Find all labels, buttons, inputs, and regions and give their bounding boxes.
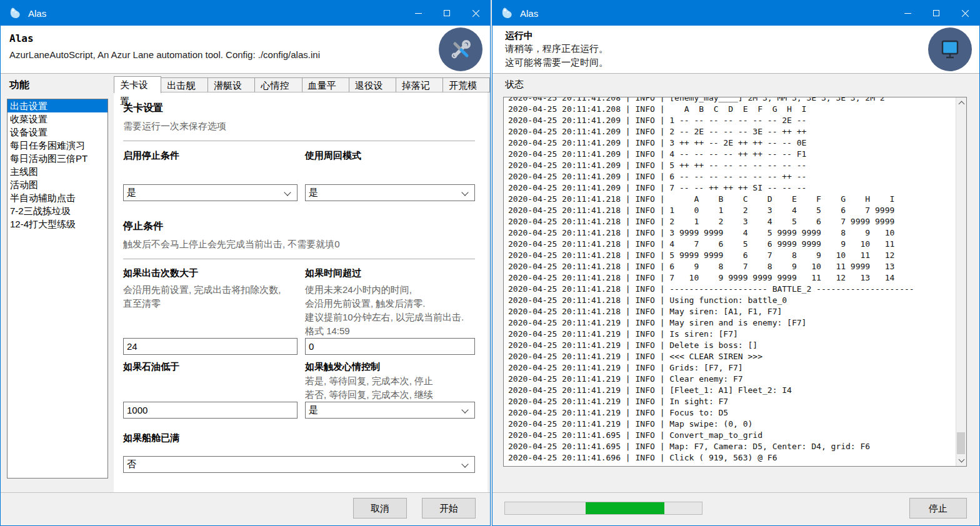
if-emotion-select[interactable]: 是 — [305, 402, 475, 419]
if-count-desc: 会沿用先前设置, 完成出击将扣除次数, 直至清零 — [123, 283, 298, 310]
run-body: 状态 2020-04-25 20:11:41.208 | INFO | [ene… — [492, 74, 979, 492]
log-line: 2020-04-25 20:11:41.219 | INFO | <<< CLE… — [508, 351, 955, 362]
chevron-down-icon — [461, 460, 468, 467]
if-emotion-desc: 若是, 等待回复, 完成本次, 停止 若否, 等待回复, 完成本次, 继续 — [305, 374, 475, 402]
tab-6[interactable]: 退役设置 — [349, 77, 396, 92]
app-subtitle: AzurLaneAutoScript, An Azur Lane automat… — [9, 49, 320, 60]
log-line: 2020-04-25 20:11:41.695 | INFO | Convert… — [508, 430, 955, 441]
progress-bar — [504, 502, 702, 515]
minimize-button[interactable] — [404, 1, 432, 26]
sidebar-list[interactable]: 出击设置收菜设置设备设置每日任务困难演习每日活动图三倍PT主线图活动图半自动辅助… — [7, 99, 108, 479]
log-line: 2020-04-25 20:11:41.219 | INFO | Grids: … — [508, 362, 955, 374]
stop-section-title: 停止条件 — [123, 220, 475, 233]
close-button[interactable] — [461, 1, 490, 26]
log-line: 2020-04-25 20:11:41.218 | INFO | Using f… — [508, 295, 955, 306]
enable-stop-value: 是 — [127, 187, 136, 199]
if-dock-full-select[interactable]: 否 — [123, 456, 475, 473]
maximize-button[interactable] — [922, 1, 951, 26]
titlebar[interactable]: Alas — [1, 1, 490, 26]
log-line: 2020-04-25 20:11:41.696 | INFO | Click (… — [508, 452, 955, 464]
log-line: 2020-04-25 20:11:41.218 | INFO | A B C D… — [508, 194, 955, 205]
sidebar-item[interactable]: 每日任务困难演习 — [8, 139, 108, 152]
alas-logo-icon — [8, 6, 22, 21]
close-icon — [472, 9, 480, 17]
sidebar-item[interactable]: 收菜设置 — [8, 112, 108, 126]
sidebar-item[interactable]: 设备设置 — [8, 126, 108, 139]
tab-2[interactable]: 出击舰队 — [161, 77, 208, 92]
sidebar-heading: 功能 — [9, 79, 29, 92]
if-dock-full-label: 如果船舱已满 — [123, 432, 475, 444]
loop-mode-value: 是 — [309, 187, 318, 199]
tab-8[interactable]: 开荒模式 — [443, 77, 490, 92]
log-line: 2020-04-25 20:11:41.209 | INFO | 3 ++ ++… — [508, 137, 955, 149]
if-oil-label: 如果石油低于 — [123, 361, 298, 373]
settings-body: 功能 出击设置收菜设置设备设置每日任务困难演习每日活动图三倍PT主线图活动图半自… — [1, 74, 490, 492]
monitor-icon-circle — [928, 27, 972, 71]
settings-window: Alas Alas AzurLaneAutoScript, An Azur La… — [0, 0, 491, 526]
log-scrollbar[interactable] — [956, 97, 966, 466]
log-line: 2020-04-25 20:11:41.218 | INFO | 4 7 6 5… — [508, 239, 955, 250]
minimize-icon — [415, 13, 422, 14]
log-line: 2020-04-25 20:11:41.695 | INFO | Map: F7… — [508, 441, 955, 452]
run-header: 运行中 请稍等，程序正在运行。 这可能将需要一定时间。 — [492, 26, 979, 74]
if-oil-input[interactable] — [123, 402, 298, 419]
sidebar-item[interactable]: 每日活动图三倍PT — [8, 152, 108, 165]
if-time-label: 如果时间超过 — [305, 267, 475, 279]
cancel-button[interactable]: 取消 — [353, 498, 407, 519]
log-line: 2020-04-25 20:11:41.218 | INFO | 3 9999 … — [508, 227, 955, 239]
sidebar-item[interactable]: 12-4打大型练级 — [8, 217, 108, 231]
log-line: 2020-04-25 20:11:41.218 | INFO | May sir… — [508, 306, 955, 317]
sidebar-item[interactable]: 7-2三战拣垃圾 — [8, 204, 108, 217]
loop-mode-label: 使用周回模式 — [305, 150, 475, 162]
if-time-desc: 使用未来24小时内的时间, 会沿用先前设置, 触发后清零. 建议提前10分钟左右… — [305, 283, 475, 338]
tab-7[interactable]: 掉落记录 — [396, 77, 443, 92]
sidebar-item[interactable]: 活动图 — [8, 178, 108, 191]
log-line: 2020-04-25 20:11:41.218 | INFO | 6 9 8 7… — [508, 261, 955, 272]
if-emotion-value: 是 — [309, 404, 318, 416]
close-icon — [961, 9, 969, 17]
titlebar[interactable]: Alas — [492, 1, 979, 26]
chevron-down-icon — [461, 406, 468, 413]
monitor-icon — [937, 36, 963, 62]
tabstrip: 关卡设置出击舰队潜艇设置心情控制血量平衡退役设置掉落记录开荒模式 — [114, 76, 490, 92]
divider — [123, 141, 475, 141]
tab-5[interactable]: 血量平衡 — [302, 77, 349, 92]
log-line: 2020-04-25 20:11:41.219 | INFO | Focus t… — [508, 407, 955, 419]
log-line: 2020-04-25 20:11:41.218 | INFO | 7 10 9 … — [508, 272, 955, 284]
if-count-input[interactable] — [123, 338, 298, 355]
tab-4[interactable]: 心情控制 — [255, 77, 302, 92]
tab-3[interactable]: 潜艇设置 — [208, 77, 255, 92]
wrench-screwdriver-icon — [448, 37, 473, 62]
sidebar-item[interactable]: 出击设置 — [8, 99, 108, 112]
enable-stop-select[interactable]: 是 — [123, 184, 298, 201]
if-time-input[interactable] — [305, 338, 475, 355]
close-button[interactable] — [951, 1, 979, 26]
alas-logo-icon — [499, 6, 514, 21]
log-line: 2020-04-25 20:11:41.209 | INFO | 1 -- --… — [508, 115, 955, 126]
minimize-icon — [904, 13, 911, 14]
minimize-button[interactable] — [893, 1, 922, 26]
start-button[interactable]: 开始 — [422, 498, 476, 519]
chevron-up-icon — [958, 101, 964, 107]
sidebar-item[interactable]: 主线图 — [8, 165, 108, 178]
log-line: 2020-04-25 20:11:41.219 | INFO | May sir… — [508, 317, 955, 329]
log-line: 2020-04-25 20:11:41.218 | INFO | -------… — [508, 284, 955, 295]
scroll-up-button[interactable] — [956, 97, 966, 108]
if-emotion-label: 如果触发心情控制 — [305, 361, 475, 373]
loop-mode-select[interactable]: 是 — [305, 184, 475, 201]
log-output[interactable]: 2020-04-25 20:11:41.208 | INFO | [enemy_… — [503, 97, 967, 467]
log-line: 2020-04-25 20:11:41.209 | INFO | 6 -- --… — [508, 171, 955, 182]
enable-stop-label: 启用停止条件 — [123, 150, 298, 162]
log-line: 2020-04-25 20:11:41.209 | INFO | 7 -- --… — [508, 182, 955, 194]
maximize-button[interactable] — [432, 1, 461, 26]
scrollbar-thumb[interactable] — [957, 432, 965, 454]
log-line: 2020-04-25 20:11:41.219 | INFO | In sigh… — [508, 396, 955, 407]
stop-button[interactable]: 停止 — [909, 498, 967, 519]
tab-1[interactable]: 关卡设置 — [114, 76, 161, 93]
tab-pane-stage-settings: 关卡设置 需要运行一次来保存选项 启用停止条件 是 使用周回模式 是 — [114, 92, 488, 492]
window-title: Alas — [28, 8, 46, 19]
scroll-down-button[interactable] — [956, 455, 966, 466]
stop-section-subtitle: 触发后不会马上停止会先完成当前出击, 不需要就填0 — [123, 239, 475, 251]
divider — [123, 259, 475, 259]
sidebar-item[interactable]: 半自动辅助点击 — [8, 191, 108, 204]
